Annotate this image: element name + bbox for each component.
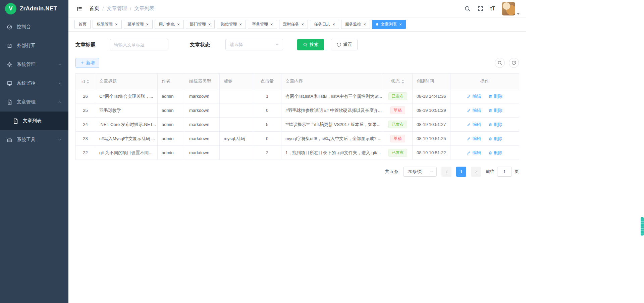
sidebar-item-dashboard[interactable]: 控制台	[0, 17, 68, 36]
close-icon[interactable]: ×	[239, 22, 242, 27]
tab-label: 权限管理	[97, 21, 113, 27]
edit-button[interactable]: 编辑	[467, 122, 481, 128]
tab-task-log[interactable]: 任务日志 ×	[310, 20, 339, 29]
refresh-table-button[interactable]	[509, 58, 519, 68]
monitor-icon	[7, 81, 12, 86]
pagination: 共 5 条 20条/页 1 前往 页	[75, 167, 519, 177]
close-icon[interactable]: ×	[364, 22, 366, 27]
toggle-search-button[interactable]	[495, 58, 505, 68]
toolbox-icon	[7, 137, 12, 143]
table-row[interactable]: 26 C#两个list集合实现关联，... admin markdown 1 有…	[76, 89, 519, 103]
user-menu[interactable]	[502, 2, 520, 15]
tab-label: 字典管理	[252, 21, 268, 27]
breadcrumb-home[interactable]: 首页	[89, 5, 99, 12]
main-area: 首页 / 文章管理 / 文章列表 tT 首页 权限管理	[68, 0, 526, 303]
cell-title: 羽毛球教学	[95, 103, 158, 118]
column-header-content: 文章内容	[281, 74, 383, 89]
tab-home[interactable]: 首页	[74, 20, 91, 29]
edit-button[interactable]: 编辑	[467, 150, 481, 156]
edit-icon	[467, 137, 471, 141]
cell-content: 有两个list,listA 和listB，listA中有三个属性列为St...	[281, 89, 383, 103]
status-badge: 草稿	[390, 106, 405, 114]
sidebar-item-system-tools[interactable]: 系统工具	[0, 130, 68, 149]
tab-user-role[interactable]: 用户角色 ×	[155, 20, 184, 29]
sidebar-item-system-management[interactable]: 系统管理	[0, 55, 68, 74]
cell-id: 24	[76, 118, 95, 132]
delete-button[interactable]: 删除	[488, 107, 502, 114]
edit-icon	[467, 94, 471, 98]
sort-icon[interactable]	[87, 80, 89, 84]
chevron-down-icon	[430, 170, 434, 174]
column-header-status[interactable]: 状态	[383, 74, 413, 89]
cell-author: admin	[158, 89, 185, 103]
next-page-button[interactable]	[471, 167, 481, 177]
table-row[interactable]: 22 git 为不同的项目设置不同... admin markdown 2 1，…	[76, 146, 519, 160]
table-row[interactable]: 23 c#写入Mysql中文显示乱码 ... admin markdown my…	[76, 132, 519, 146]
search-button[interactable]: 搜索	[297, 39, 324, 50]
edit-button[interactable]: 编辑	[467, 93, 481, 99]
edit-button[interactable]: 编辑	[467, 136, 481, 142]
fullscreen-icon[interactable]	[477, 5, 484, 12]
cell-content: #羽毛球拍参数说明 ## 中管软硬选择以及长度介...	[281, 103, 383, 118]
page-size-select[interactable]: 20条/页	[403, 167, 437, 177]
status-badge: 已发布	[388, 121, 407, 128]
table-row[interactable]: 25 羽毛球教学 admin markdown 0 #羽毛球拍参数说明 ## 中…	[76, 103, 519, 118]
cell-created: 08-19 10:51:22	[413, 146, 450, 160]
close-icon[interactable]: ×	[332, 22, 335, 27]
close-icon[interactable]: ×	[115, 22, 118, 27]
font-size-icon[interactable]: tT	[490, 6, 495, 12]
page-number-current[interactable]: 1	[456, 167, 466, 177]
close-icon[interactable]: ×	[177, 22, 180, 27]
app-window: V ZrAdmin.NET 控制台 外部打开 系统管理 系统监控	[0, 0, 526, 303]
cell-tags	[220, 118, 253, 132]
goto-page-input[interactable]	[497, 167, 512, 177]
breadcrumb-separator: /	[130, 6, 131, 11]
tab-post[interactable]: 岗位管理 ×	[217, 20, 246, 29]
breadcrumb-article-management[interactable]: 文章管理	[107, 5, 127, 12]
sidebar-item-label: 控制台	[17, 24, 31, 30]
delete-button[interactable]: 删除	[488, 136, 502, 142]
edit-button[interactable]: 编辑	[467, 107, 481, 114]
tab-permission[interactable]: 权限管理 ×	[93, 20, 122, 29]
add-button[interactable]: 新增	[75, 58, 99, 68]
sidebar-item-article-management[interactable]: 文章管理	[0, 93, 68, 112]
logo-icon: V	[5, 3, 16, 14]
sidebar-item-system-monitor[interactable]: 系统监控	[0, 74, 68, 93]
sidebar-item-external-open[interactable]: 外部打开	[0, 36, 68, 55]
tab-scheduled-task[interactable]: 定时任务 ×	[279, 20, 308, 29]
cell-hits: 5	[253, 118, 281, 132]
cell-created: 08-19 10:51:29	[413, 103, 450, 118]
tab-server-monitor[interactable]: 服务监控 ×	[341, 20, 370, 29]
tab-article-list[interactable]: 文章列表 ×	[372, 20, 406, 29]
tab-dictionary[interactable]: 字典管理 ×	[248, 20, 277, 29]
article-title-input[interactable]	[110, 39, 168, 50]
column-header-id[interactable]: id	[76, 74, 95, 89]
collapse-sidebar-icon[interactable]	[74, 4, 85, 14]
delete-button[interactable]: 删除	[488, 93, 502, 99]
cell-title: c#写入Mysql中文显示乱码 ...	[95, 132, 158, 146]
close-icon[interactable]: ×	[399, 22, 402, 27]
delete-button[interactable]: 删除	[488, 150, 502, 156]
page-scrollbar-thumb[interactable]	[641, 217, 644, 236]
delete-button[interactable]: 删除	[488, 122, 502, 128]
tab-label: 岗位管理	[221, 21, 237, 27]
close-icon[interactable]: ×	[302, 22, 304, 27]
close-icon[interactable]: ×	[146, 22, 149, 27]
search-icon	[303, 42, 308, 47]
close-icon[interactable]: ×	[270, 22, 273, 27]
prev-page-button[interactable]	[441, 167, 451, 177]
article-status-select[interactable]: 请选择	[225, 39, 283, 50]
app-title: ZrAdmin.NET	[20, 5, 57, 12]
reset-button[interactable]: 重置	[331, 39, 358, 50]
sidebar-item-article-list[interactable]: 文章列表	[0, 112, 68, 130]
caret-down-icon	[517, 13, 520, 15]
sort-icon[interactable]	[401, 80, 404, 84]
tab-menu-management[interactable]: 菜单管理 ×	[124, 20, 153, 29]
table-row[interactable]: 24 .NET Core 发布时提示.NET... admin markdown…	[76, 118, 519, 132]
tab-label: 任务日志	[314, 21, 330, 27]
tab-department[interactable]: 部门管理 ×	[186, 20, 215, 29]
user-avatar[interactable]	[502, 2, 515, 15]
close-icon[interactable]: ×	[208, 22, 211, 27]
search-icon[interactable]	[464, 5, 471, 12]
cell-author: admin	[158, 103, 185, 118]
